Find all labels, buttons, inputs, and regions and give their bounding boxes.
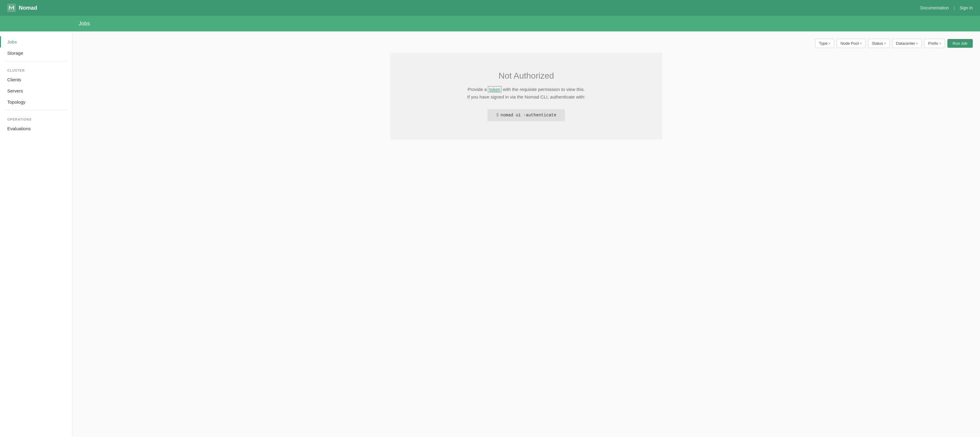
top-nav-right: Documentation | Sign In [921, 5, 973, 10]
status-filter-label: Status [872, 41, 883, 46]
command-text: nomad ui -authenticate [501, 113, 557, 118]
not-authorized-title: Not Authorized [402, 71, 650, 81]
not-authorized-cli-text: If you have signed in via the Nomad CLI,… [402, 94, 650, 99]
prefix-filter-button[interactable]: Prefix ▾ [924, 39, 945, 48]
sidebar: Jobs Storage CLUSTER Clients Servers Top… [0, 32, 73, 437]
operations-section-label: OPERATIONS [0, 113, 72, 123]
nav-divider: | [954, 5, 955, 10]
documentation-link[interactable]: Documentation [921, 5, 949, 10]
type-chevron-icon: ▾ [829, 42, 830, 45]
desc-before-token: Provide a [468, 87, 488, 92]
not-authorized-description: Provide a token with the requisite permi… [402, 87, 650, 92]
datacenter-chevron-icon: ▾ [916, 42, 918, 45]
prefix-chevron-icon: ▾ [940, 42, 941, 45]
node-pool-filter-button[interactable]: Node Pool ▾ [837, 39, 865, 48]
status-chevron-icon: ▾ [884, 42, 886, 45]
signin-link[interactable]: Sign In [959, 5, 973, 10]
dollar-sign: $ [496, 113, 498, 118]
not-authorized-panel: Not Authorized Provide a token with the … [390, 53, 662, 139]
brand-name: Nomad [19, 5, 37, 11]
datacenter-filter-button[interactable]: Datacenter ▾ [892, 39, 922, 48]
desc-after-token: with the requisite permission to view th… [501, 87, 585, 92]
sidebar-divider-2 [5, 110, 67, 110]
main-content: Type ▾ Node Pool ▾ Status ▾ Datacenter ▾… [73, 32, 980, 437]
node-pool-filter-label: Node Pool [840, 41, 859, 46]
datacenter-filter-label: Datacenter [896, 41, 915, 46]
sidebar-item-jobs[interactable]: Jobs [0, 36, 72, 48]
page-title: Jobs [78, 21, 90, 27]
sidebar-item-topology[interactable]: Topology [0, 96, 72, 108]
svg-rect-0 [7, 4, 16, 12]
sidebar-item-evaluations[interactable]: Evaluations [0, 123, 72, 134]
sidebar-item-servers[interactable]: Servers [0, 85, 72, 96]
type-filter-label: Type [819, 41, 827, 46]
token-link[interactable]: token [488, 86, 501, 93]
layout: Jobs Storage CLUSTER Clients Servers Top… [0, 32, 980, 437]
brand: Nomad [7, 4, 37, 12]
sidebar-item-clients[interactable]: Clients [0, 74, 72, 85]
nomad-logo-icon [7, 4, 16, 12]
sidebar-divider-1 [5, 61, 67, 61]
toolbar: Type ▾ Node Pool ▾ Status ▾ Datacenter ▾… [80, 39, 973, 48]
run-job-button[interactable]: Run Job [947, 39, 973, 48]
status-filter-button[interactable]: Status ▾ [868, 39, 890, 48]
cluster-section-label: CLUSTER [0, 64, 72, 74]
top-nav: Nomad Documentation | Sign In [0, 0, 980, 16]
authenticate-command: $nomad ui -authenticate [488, 109, 565, 121]
prefix-filter-label: Prefix [928, 41, 938, 46]
node-pool-chevron-icon: ▾ [860, 42, 862, 45]
type-filter-button[interactable]: Type ▾ [815, 39, 834, 48]
sub-header: Jobs [0, 16, 980, 32]
sidebar-item-storage[interactable]: Storage [0, 48, 72, 59]
